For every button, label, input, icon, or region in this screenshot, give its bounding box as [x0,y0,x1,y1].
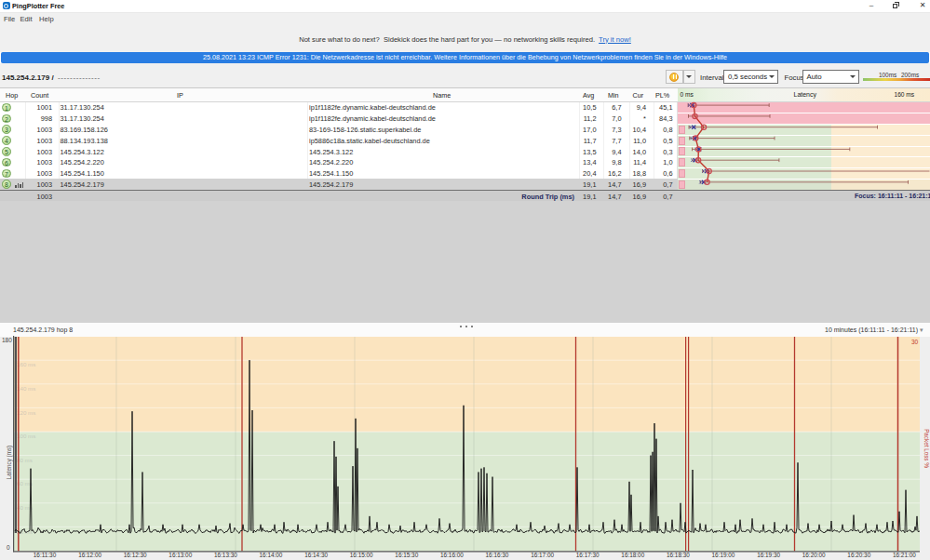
svg-text:16:16:30: 16:16:30 [486,552,509,558]
svg-text:30: 30 [911,339,919,345]
svg-text:0: 0 [7,544,10,551]
svg-text:16:18:30: 16:18:30 [667,552,690,558]
svg-text:16:12:30: 16:12:30 [124,552,147,558]
svg-text:16:21:00: 16:21:00 [893,552,916,558]
svg-text:16:13:00: 16:13:00 [168,552,192,558]
svg-text:16:15:30: 16:15:30 [395,552,418,558]
svg-text:120 ms: 120 ms [17,409,35,416]
svg-text:16:13:30: 16:13:30 [214,552,237,558]
svg-text:16:11:30: 16:11:30 [34,552,57,558]
svg-text:16:20:00: 16:20:00 [802,552,826,558]
svg-text:16:14:30: 16:14:30 [304,552,328,558]
svg-text:16:19:30: 16:19:30 [757,552,780,558]
svg-text:16:17:00: 16:17:00 [531,552,554,558]
svg-text:100 ms: 100 ms [17,433,35,439]
svg-text:16:17:30: 16:17:30 [576,552,600,558]
svg-text:16:18:00: 16:18:00 [621,552,644,558]
svg-text:16:20:30: 16:20:30 [847,552,870,558]
svg-text:16:12:00: 16:12:00 [78,552,101,558]
svg-text:Latency (ms): Latency (ms) [6,446,13,479]
svg-text:16:19:00: 16:19:00 [712,552,735,558]
svg-text:160 ms: 160 ms [17,361,35,367]
svg-text:Packet Loss %: Packet Loss % [923,429,930,468]
svg-text:140 ms: 140 ms [17,385,35,392]
svg-text:16:16:00: 16:16:00 [440,552,464,558]
svg-text:16:14:00: 16:14:00 [260,552,283,558]
svg-text:180: 180 [2,337,12,343]
svg-text:16:15:00: 16:15:00 [350,552,373,558]
